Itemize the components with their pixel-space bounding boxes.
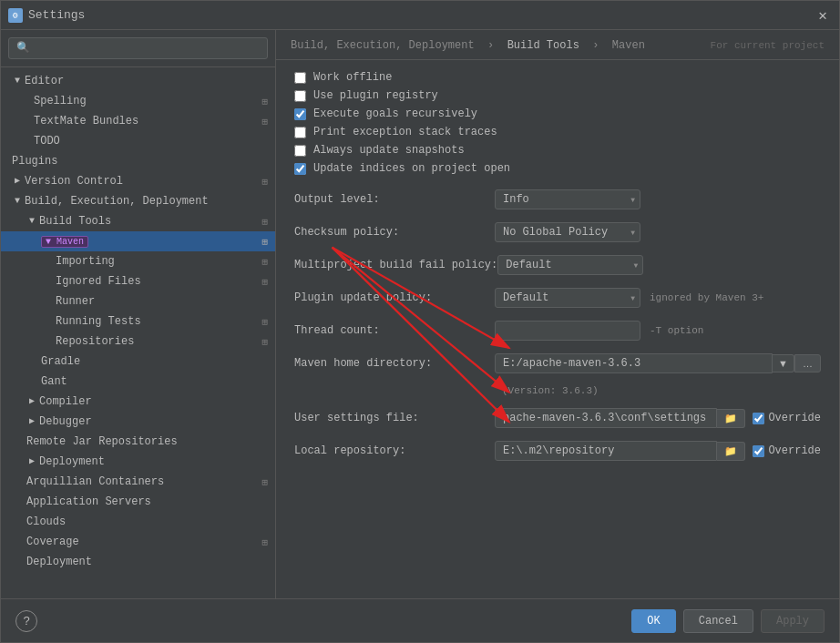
maven-home-control: ▼ … <box>495 353 821 373</box>
app-icon: ⚙ <box>8 8 23 23</box>
local-repo-override: Override <box>753 444 821 457</box>
expand-arrow-compiler: ▶ <box>26 396 37 407</box>
checkbox-work-offline: Work offline <box>294 71 821 84</box>
user-settings-override-label[interactable]: Override <box>768 412 821 424</box>
thread-count-input[interactable] <box>495 321 640 341</box>
update-indices-checkbox[interactable] <box>294 163 306 175</box>
thread-count-row: Thread count: -T option <box>294 319 821 342</box>
user-settings-input[interactable] <box>495 408 717 428</box>
sidebar-item-plugins[interactable]: Plugins <box>1 151 275 171</box>
maven-home-input[interactable] <box>495 353 773 373</box>
checkbox-always-update: Always update snapshots <box>294 144 821 157</box>
titlebar: ⚙ Settings ✕ <box>1 1 839 30</box>
sidebar-item-debugger[interactable]: ▶ Debugger <box>1 412 275 432</box>
sidebar-item-compiler[interactable]: ▶ Compiler <box>1 392 275 412</box>
maven-home-browse-btn[interactable]: … <box>794 354 821 373</box>
page-icon-running-tests: ⊞ <box>261 316 268 328</box>
plugin-update-label: Plugin update policy: <box>294 291 495 304</box>
execute-goals-checkbox[interactable] <box>294 108 306 120</box>
close-button[interactable]: ✕ <box>814 6 832 25</box>
user-settings-label: User settings file: <box>294 412 495 424</box>
sidebar-item-importing[interactable]: Importing ⊞ <box>1 251 275 271</box>
local-repo-override-checkbox[interactable] <box>753 445 764 457</box>
sidebar-item-repositories[interactable]: Repositories ⊞ <box>1 332 275 352</box>
local-repo-path-row: 📁 <box>495 441 745 461</box>
sidebar-item-maven[interactable]: ▼ Maven ⊞ <box>1 231 275 251</box>
for-current-label: For current project <box>711 40 825 51</box>
multiproject-row: Multiproject build fail policy: Default … <box>294 253 821 277</box>
settings-window: ⚙ Settings ✕ ▼ Editor Spelling ⊞ <box>0 0 840 643</box>
expand-arrow-editor: ▼ <box>12 76 23 87</box>
expand-arrow-vc: ▶ <box>12 176 23 187</box>
local-repo-control: 📁 Override <box>495 441 821 461</box>
update-indices-label[interactable]: Update indices on project open <box>313 162 510 175</box>
sidebar-item-build-exec[interactable]: ▼ Build, Execution, Deployment <box>1 191 275 211</box>
user-settings-control: 📁 Override <box>495 408 821 428</box>
sidebar-item-gradle[interactable]: Gradle <box>1 352 275 372</box>
sidebar-item-textmate[interactable]: TextMate Bundles ⊞ <box>1 111 275 131</box>
sidebar-item-version-control[interactable]: ▶ Version Control ⊞ <box>1 171 275 191</box>
window-title: Settings <box>28 8 814 22</box>
work-offline-checkbox[interactable] <box>294 72 306 84</box>
sidebar-item-deployment2[interactable]: Deployment <box>1 552 275 572</box>
output-level-select[interactable]: Info Debug Error <box>495 189 640 209</box>
sidebar-item-deployment[interactable]: ▶ Deployment <box>1 452 275 472</box>
multiproject-control: Default Fail at End Fail Fast Fail Never <box>497 255 821 275</box>
main-content: ▼ Editor Spelling ⊞ TextMate Bundles ⊞ T… <box>1 30 839 598</box>
user-settings-override: Override <box>753 412 821 424</box>
search-box <box>1 30 275 67</box>
sidebar-item-arquillian[interactable]: Arquillian Containers ⊞ <box>1 472 275 492</box>
settings-area: Work offline Use plugin registry Execute… <box>276 60 839 598</box>
sidebar-item-app-servers[interactable]: Application Servers <box>1 492 275 512</box>
page-icon-importing: ⊞ <box>261 256 268 268</box>
always-update-label[interactable]: Always update snapshots <box>313 144 465 157</box>
print-exception-label[interactable]: Print exception stack traces <box>313 126 497 138</box>
sidebar-item-coverage[interactable]: Coverage ⊞ <box>1 532 275 552</box>
sidebar-item-clouds[interactable]: Clouds <box>1 512 275 532</box>
local-repo-browse-btn[interactable]: 📁 <box>717 442 745 461</box>
plugin-update-select[interactable]: Default Force Update Do Not Update <box>495 288 640 308</box>
cancel-button[interactable]: Cancel <box>683 609 753 633</box>
always-update-checkbox[interactable] <box>294 145 306 157</box>
page-icon-build-tools: ⊞ <box>261 216 268 228</box>
local-repo-input[interactable] <box>495 441 717 461</box>
maven-home-dropdown-btn[interactable]: ▼ <box>773 354 794 373</box>
sidebar-item-running-tests[interactable]: Running Tests ⊞ <box>1 311 275 332</box>
print-exception-checkbox[interactable] <box>294 127 306 138</box>
search-input[interactable] <box>8 37 268 59</box>
work-offline-label[interactable]: Work offline <box>313 71 392 84</box>
help-button[interactable]: ? <box>15 610 37 632</box>
thread-count-note: -T option <box>650 325 703 336</box>
execute-goals-label[interactable]: Execute goals recursively <box>313 107 477 120</box>
page-icon-ignored: ⊞ <box>261 276 268 288</box>
use-plugin-registry-label[interactable]: Use plugin registry <box>313 89 438 102</box>
sidebar-item-gant[interactable]: Gant <box>1 372 275 392</box>
sidebar-item-todo[interactable]: TODO <box>1 131 275 151</box>
sidebar-item-build-tools[interactable]: ▼ Build Tools ⊞ <box>1 211 275 231</box>
user-settings-browse-btn[interactable]: 📁 <box>717 409 745 428</box>
sidebar-tree: ▼ Editor Spelling ⊞ TextMate Bundles ⊞ T… <box>1 67 275 598</box>
maven-home-path-row: ▼ … <box>495 353 821 373</box>
sidebar-item-remote-jar[interactable]: Remote Jar Repositories <box>1 432 275 452</box>
checkbox-execute-goals: Execute goals recursively <box>294 107 821 120</box>
local-repo-override-label[interactable]: Override <box>768 444 821 457</box>
footer-left: ? <box>15 610 631 632</box>
output-level-control: Info Debug Error <box>495 189 821 209</box>
sidebar: ▼ Editor Spelling ⊞ TextMate Bundles ⊞ T… <box>1 30 276 598</box>
sidebar-item-spelling[interactable]: Spelling ⊞ <box>1 91 275 111</box>
checksum-policy-select[interactable]: No Global Policy Fail Warn Ignore <box>495 222 640 242</box>
plugin-update-control: Default Force Update Do Not Update ignor… <box>495 288 821 308</box>
footer: ? OK Cancel Apply <box>1 598 839 642</box>
multiproject-select[interactable]: Default Fail at End Fail Fast Fail Never <box>497 255 643 275</box>
user-settings-override-checkbox[interactable] <box>753 413 764 424</box>
apply-button[interactable]: Apply <box>761 609 825 633</box>
maven-home-label: Maven home directory: <box>294 357 495 370</box>
sidebar-item-ignored-files[interactable]: Ignored Files ⊞ <box>1 271 275 291</box>
output-level-select-wrapper: Info Debug Error <box>495 189 640 209</box>
local-repo-label: Local repository: <box>294 444 495 457</box>
sidebar-item-editor[interactable]: ▼ Editor <box>1 71 275 91</box>
ok-button[interactable]: OK <box>631 609 675 633</box>
expand-arrow-build-tools: ▼ <box>26 216 37 227</box>
sidebar-item-runner[interactable]: Runner <box>1 291 275 311</box>
use-plugin-registry-checkbox[interactable] <box>294 90 306 102</box>
